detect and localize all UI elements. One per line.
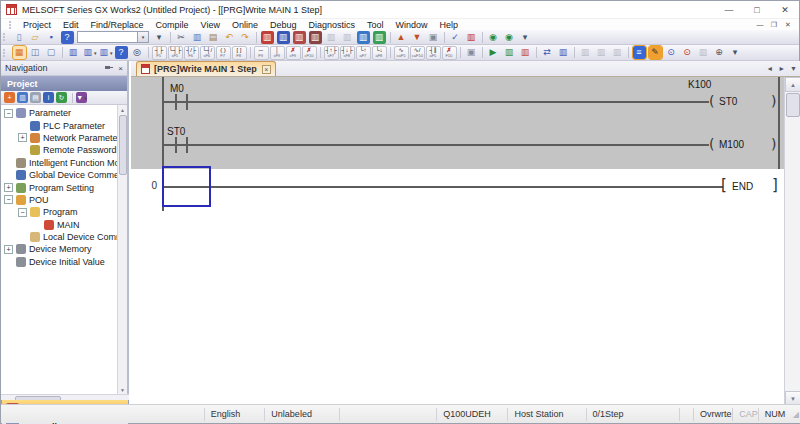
menu-help[interactable]: Help xyxy=(434,20,465,30)
rising-pulse-branch-button[interactable]: └↑aF7 xyxy=(356,46,371,60)
statement-edit-icon[interactable]: ▥ xyxy=(578,46,593,59)
parameter-up-icon[interactable]: ▲ xyxy=(394,31,409,44)
tree-item-program-setting[interactable]: + Program Setting xyxy=(1,181,117,193)
tree-item-pou[interactable]: − POU xyxy=(1,194,117,206)
tree-refresh-icon[interactable]: ↻ xyxy=(56,92,67,103)
tree-item-global-device-comment[interactable]: Global Device Comment xyxy=(1,169,117,181)
tree-item-device-initial-value[interactable]: Device Initial Value xyxy=(1,256,117,268)
tree-info-icon[interactable]: i xyxy=(43,92,54,103)
paste-icon[interactable]: ▤ xyxy=(206,31,221,44)
tree-expand-toggle[interactable]: + xyxy=(4,245,13,254)
snapshot-icon[interactable]: ▣ xyxy=(426,31,441,44)
tree-item-main[interactable]: MAIN xyxy=(1,219,117,231)
new-project-icon[interactable]: ▯ xyxy=(12,31,27,44)
rung2-coil-label[interactable]: M100 xyxy=(719,139,744,150)
stop-monitoring-icon[interactable]: ▥ xyxy=(372,31,387,44)
horizontal-line-button[interactable]: ─F9 xyxy=(254,46,269,60)
maximize-button[interactable]: □ xyxy=(743,1,771,18)
delete-horizontal-line-button[interactable]: ✗cF9 xyxy=(286,46,301,60)
tree-expand-toggle[interactable]: − xyxy=(18,208,27,217)
read-mode-icon[interactable]: ≡ xyxy=(632,46,647,59)
open-project-icon[interactable]: ▱ xyxy=(28,31,43,44)
end-instruction[interactable]: END xyxy=(732,181,753,192)
cut-icon[interactable]: ✂ xyxy=(174,31,189,44)
scrollbar-thumb[interactable] xyxy=(119,115,127,175)
navigation-close-icon[interactable]: × xyxy=(118,64,123,73)
scroll-up-icon[interactable]: ▲ xyxy=(785,77,800,92)
tree-filter-icon[interactable]: ▼ xyxy=(76,92,87,103)
tree-paste-icon[interactable]: ▤ xyxy=(30,92,41,103)
open-branch-button[interactable]: └┤├sF5 xyxy=(168,46,183,60)
inline-statement-icon[interactable]: ▣ xyxy=(464,46,479,59)
tree-expand-toggle[interactable]: + xyxy=(18,133,27,142)
rung1-contact[interactable] xyxy=(175,94,177,110)
read-from-plc-icon[interactable]: ▥ xyxy=(276,31,291,44)
rising-pulse-button[interactable]: ┤↑├sF7 xyxy=(324,46,339,60)
tree-item-local-device-comment[interactable]: Local Device Commen xyxy=(1,231,117,243)
verify-with-plc-icon[interactable]: ▥ xyxy=(292,31,307,44)
window-tile-icon[interactable]: ◫ xyxy=(28,46,43,59)
device-list-icon[interactable]: ◉ xyxy=(502,31,517,44)
menu-debug[interactable]: Debug xyxy=(264,20,303,30)
menu-compile[interactable]: Compile xyxy=(150,20,195,30)
open-contact-button[interactable]: ┤├F5 xyxy=(152,46,167,60)
parameter-down-icon[interactable]: ▼ xyxy=(410,31,425,44)
title-bar[interactable]: MELSOFT Series GX Works2 (Untitled Proje… xyxy=(1,1,799,19)
find-instruction-icon[interactable]: ⊙ xyxy=(680,46,695,59)
tree-vertical-scrollbar[interactable]: ▲ ▼ xyxy=(117,105,127,394)
toolbar-options-icon[interactable]: ▾ xyxy=(518,31,533,44)
rung2-contact[interactable] xyxy=(175,137,177,153)
save-project-icon[interactable]: ▪ xyxy=(44,31,59,44)
help-icon[interactable]: ? xyxy=(60,31,75,44)
toolbar2-options-icon[interactable]: ▾ xyxy=(728,46,743,59)
child-close-button[interactable]: ✕ xyxy=(781,20,795,29)
rung1-contact[interactable] xyxy=(186,94,188,110)
coil-button[interactable]: ( )F7 xyxy=(216,46,231,60)
device-batch-icon[interactable]: ▥ xyxy=(556,46,571,59)
tab-scroll-left-icon[interactable]: ◄ xyxy=(766,65,773,72)
tab-list-dropdown-icon[interactable]: ▼ xyxy=(790,65,797,72)
build-icon[interactable]: ▥ xyxy=(464,31,479,44)
scrollbar-thumb[interactable] xyxy=(786,93,800,117)
scroll-up-icon[interactable]: ▲ xyxy=(118,105,127,114)
new-window-icon[interactable]: ▢ xyxy=(44,46,59,59)
tree-item-remote-password[interactable]: Remote Password xyxy=(1,144,117,156)
menu-window[interactable]: Window xyxy=(390,20,434,30)
child-restore-button[interactable]: ❐ xyxy=(767,20,781,29)
tree-expand-toggle[interactable]: − xyxy=(4,109,13,118)
copy-icon[interactable]: ▥ xyxy=(190,31,205,44)
rung2-contact[interactable] xyxy=(186,137,188,153)
note-edit-icon[interactable]: ▥ xyxy=(594,46,609,59)
tree-new-icon[interactable]: + xyxy=(4,92,15,103)
monitor-start-icon[interactable]: ▶ xyxy=(486,46,501,59)
close-contact-button[interactable]: ┤/├F6 xyxy=(184,46,199,60)
tree-copy-icon[interactable]: ▥ xyxy=(17,92,28,103)
watch-window-icon[interactable]: ▥ xyxy=(324,31,339,44)
menu-project[interactable]: Project xyxy=(17,20,57,30)
falling-pulse-button[interactable]: ┤↓├sF8 xyxy=(340,46,355,60)
vertical-line-button[interactable]: │sF9 xyxy=(270,46,285,60)
ladder-cursor[interactable] xyxy=(162,166,211,207)
delete-vertical-line-button[interactable]: ✗cF10 xyxy=(302,46,317,60)
zoom-icon[interactable]: ⊕ xyxy=(712,46,727,59)
tab-scroll-right-icon[interactable]: ► xyxy=(778,65,785,72)
tree-item-network-parameter[interactable]: + Network Parameter xyxy=(1,132,117,144)
device-combo-box[interactable]: ▾ xyxy=(77,31,149,43)
tree-expand-toggle[interactable]: + xyxy=(4,183,13,192)
comment-edit-icon[interactable]: ▥ xyxy=(610,46,625,59)
application-instruction-button[interactable]: [ ]F8 xyxy=(232,46,247,60)
tree-item-parameter[interactable]: − Parameter xyxy=(1,107,117,119)
menu-diagnostics[interactable]: Diagnostics xyxy=(302,20,361,30)
combo-dropdown-icon[interactable]: ▾ xyxy=(152,31,167,44)
pulse-invert-button[interactable]: ∿caF5 xyxy=(394,46,409,60)
tab-close-icon[interactable]: × xyxy=(262,65,271,74)
comment-display-icon[interactable]: ▥ xyxy=(66,46,81,59)
menu-view[interactable]: View xyxy=(195,20,226,30)
ladder-canvas[interactable]: M0 K100 ( ST0 ) ST0 ( M100 ) 0 [ xyxy=(131,77,784,406)
tree-item-device-memory[interactable]: + Device Memory xyxy=(1,243,117,255)
redo-icon[interactable]: ↷ xyxy=(238,31,253,44)
cross-reference-icon[interactable]: ◉ xyxy=(486,31,501,44)
tree-item-plc-parameter[interactable]: PLC Parameter xyxy=(1,119,117,131)
tab-prg-write-main[interactable]: [PRG]Write MAIN 1 Step × xyxy=(136,61,276,76)
rung1-coil-label[interactable]: ST0 xyxy=(719,96,737,107)
